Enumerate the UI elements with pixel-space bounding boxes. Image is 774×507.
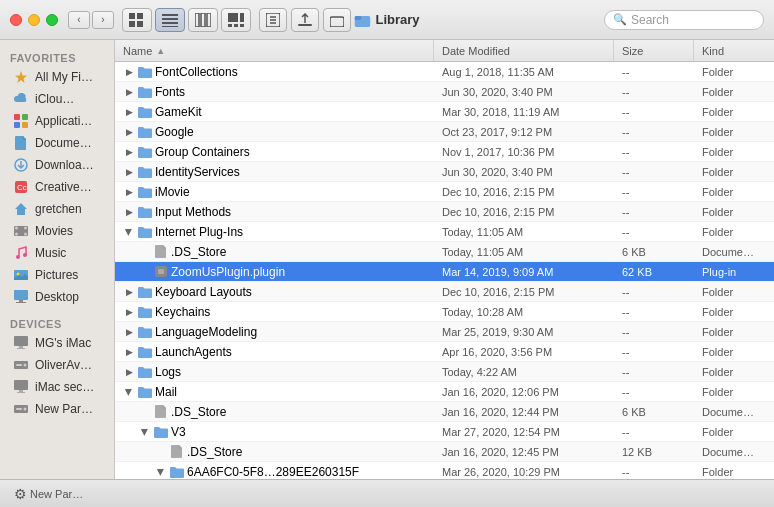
expand-arrow[interactable]: ▶ xyxy=(123,226,135,238)
file-name: Group Containers xyxy=(155,145,250,159)
name-column-header[interactable]: Name ▲ xyxy=(115,40,434,61)
sidebar-item-imac-sec[interactable]: iMac sec… xyxy=(3,376,111,398)
maximize-button[interactable] xyxy=(46,14,58,26)
back-button[interactable]: ‹ xyxy=(68,11,90,29)
table-row[interactable]: ▶KeychainsToday, 10:28 AM--Folder xyxy=(115,302,774,322)
table-row[interactable]: .DS_StoreJan 16, 2020, 12:44 PM6 KBDocum… xyxy=(115,402,774,422)
column-view-button[interactable] xyxy=(188,8,218,32)
gallery-view-button[interactable] xyxy=(221,8,251,32)
imac-icon xyxy=(13,335,29,351)
table-row[interactable]: ▶Input MethodsDec 10, 2016, 2:15 PM--Fol… xyxy=(115,202,774,222)
table-row[interactable]: ▶Group ContainersNov 1, 2017, 10:36 PM--… xyxy=(115,142,774,162)
table-row[interactable]: ▶LaunchAgentsApr 16, 2020, 3:56 PM--Fold… xyxy=(115,342,774,362)
file-date: Apr 16, 2020, 3:56 PM xyxy=(434,342,614,361)
sidebar-item-mgs-imac[interactable]: MG's iMac xyxy=(3,332,111,354)
file-kind: Folder xyxy=(694,362,774,381)
sidebar-item-applications[interactable]: Applicati… xyxy=(3,110,111,132)
table-row[interactable]: ▶MailJan 16, 2020, 12:06 PM--Folder xyxy=(115,382,774,402)
svg-rect-52 xyxy=(19,390,23,392)
kind-column-header[interactable]: Kind xyxy=(694,40,774,61)
search-box[interactable]: 🔍 xyxy=(604,10,764,30)
table-row[interactable]: ▶FontCollectionsAug 1, 2018, 11:35 AM--F… xyxy=(115,62,774,82)
minimize-button[interactable] xyxy=(28,14,40,26)
arrange-button[interactable] xyxy=(259,8,287,32)
table-row[interactable]: ZoomUsPlugin.pluginMar 14, 2019, 9:09 AM… xyxy=(115,262,774,282)
expand-arrow[interactable]: ▶ xyxy=(123,326,135,338)
table-row[interactable]: ▶6AA6FC0-5F8…289EE260315FMar 26, 2020, 1… xyxy=(115,462,774,479)
expand-arrow[interactable]: ▶ xyxy=(123,66,135,78)
action-button[interactable] xyxy=(291,8,319,32)
sidebar-item-music[interactable]: Music xyxy=(3,242,111,264)
icon-view-button[interactable] xyxy=(122,8,152,32)
close-button[interactable] xyxy=(10,14,22,26)
expand-arrow[interactable]: ▶ xyxy=(155,466,167,478)
share-button[interactable] xyxy=(323,8,351,32)
sidebar: Favorites All My Fi… iClou… Applicati… D… xyxy=(0,40,115,479)
file-size: 6 KB xyxy=(614,402,694,421)
sidebar-item-downloads[interactable]: Downloa… xyxy=(3,154,111,176)
file-size: -- xyxy=(614,282,694,301)
bottom-bar: ⚙ New Par… xyxy=(0,479,774,507)
svg-rect-50 xyxy=(16,364,22,366)
svg-rect-56 xyxy=(16,408,22,410)
table-row[interactable]: ▶GoogleOct 23, 2017, 9:12 PM--Folder xyxy=(115,122,774,142)
expand-arrow[interactable]: ▶ xyxy=(123,126,135,138)
new-par-button[interactable]: ⚙ New Par… xyxy=(10,484,87,504)
table-row[interactable]: ▶IdentityServicesJun 30, 2020, 3:40 PM--… xyxy=(115,162,774,182)
sidebar-item-all-my-files[interactable]: All My Fi… xyxy=(3,66,111,88)
file-date: Mar 27, 2020, 12:54 PM xyxy=(434,422,614,441)
expand-arrow[interactable]: ▶ xyxy=(123,306,135,318)
file-date: Jan 16, 2020, 12:45 PM xyxy=(434,442,614,461)
expand-arrow[interactable]: ▶ xyxy=(123,366,135,378)
expand-arrow[interactable]: ▶ xyxy=(123,386,135,398)
size-column-header[interactable]: Size xyxy=(614,40,694,61)
file-size: 6 KB xyxy=(614,242,694,261)
table-row[interactable]: ▶Internet Plug-InsToday, 11:05 AM--Folde… xyxy=(115,222,774,242)
date-column-header[interactable]: Date Modified xyxy=(434,40,614,61)
table-row[interactable]: ▶V3Mar 27, 2020, 12:54 PM--Folder xyxy=(115,422,774,442)
file-date: Dec 10, 2016, 2:15 PM xyxy=(434,202,614,221)
expand-arrow[interactable]: ▶ xyxy=(123,86,135,98)
file-name: iMovie xyxy=(155,185,190,199)
table-row[interactable]: ▶iMovieDec 10, 2016, 2:15 PM--Folder xyxy=(115,182,774,202)
cloud-icon xyxy=(13,91,29,107)
list-view-button[interactable] xyxy=(155,8,185,32)
sidebar-label: iClou… xyxy=(35,92,74,106)
search-input[interactable] xyxy=(631,13,755,27)
file-kind: Folder xyxy=(694,382,774,401)
sidebar-item-desktop[interactable]: Desktop xyxy=(3,286,111,308)
expand-arrow[interactable]: ▶ xyxy=(139,426,151,438)
drive2-icon xyxy=(13,401,29,417)
sidebar-item-icloud[interactable]: iClou… xyxy=(3,88,111,110)
table-row[interactable]: ▶LanguageModelingMar 25, 2019, 9:30 AM--… xyxy=(115,322,774,342)
file-size: -- xyxy=(614,342,694,361)
expand-arrow[interactable]: ▶ xyxy=(123,166,135,178)
table-row[interactable]: .DS_StoreJan 16, 2020, 12:45 PM12 KBDocu… xyxy=(115,442,774,462)
file-kind: Docume… xyxy=(694,242,774,261)
file-date: Jan 16, 2020, 12:06 PM xyxy=(434,382,614,401)
expand-arrow[interactable]: ▶ xyxy=(123,146,135,158)
expand-arrow[interactable]: ▶ xyxy=(123,206,135,218)
sidebar-item-oliver[interactable]: OliverAv… xyxy=(3,354,111,376)
expand-arrow[interactable]: ▶ xyxy=(123,346,135,358)
sidebar-item-documents[interactable]: Docume… xyxy=(3,132,111,154)
table-row[interactable]: ▶GameKitMar 30, 2018, 11:19 AM--Folder xyxy=(115,102,774,122)
sidebar-item-new-par[interactable]: New Par… xyxy=(3,398,111,420)
sidebar-item-creative[interactable]: Cc Creative… xyxy=(3,176,111,198)
sidebar-item-pictures[interactable]: Pictures xyxy=(3,264,111,286)
svg-rect-6 xyxy=(162,22,178,24)
table-row[interactable]: ▶LogsToday, 4:22 AM--Folder xyxy=(115,362,774,382)
sidebar-item-movies[interactable]: Movies xyxy=(3,220,111,242)
file-date: Nov 1, 2017, 10:36 PM xyxy=(434,142,614,161)
expand-arrow[interactable]: ▶ xyxy=(123,186,135,198)
table-row[interactable]: ▶FontsJun 30, 2020, 3:40 PM--Folder xyxy=(115,82,774,102)
expand-arrow[interactable]: ▶ xyxy=(123,286,135,298)
table-row[interactable]: .DS_StoreToday, 11:05 AM6 KBDocume… xyxy=(115,242,774,262)
sidebar-item-home[interactable]: gretchen xyxy=(3,198,111,220)
forward-button[interactable]: › xyxy=(92,11,114,29)
folder-icon xyxy=(170,465,184,479)
expand-arrow[interactable]: ▶ xyxy=(123,106,135,118)
table-row[interactable]: ▶Keyboard LayoutsDec 10, 2016, 2:15 PM--… xyxy=(115,282,774,302)
file-kind: Folder xyxy=(694,302,774,321)
app-icon xyxy=(13,113,29,129)
